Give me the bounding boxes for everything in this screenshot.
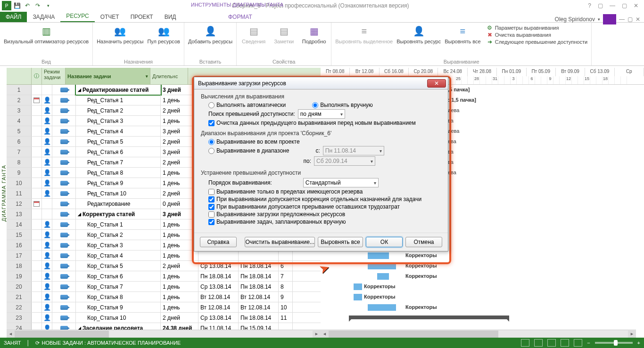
close-icon[interactable]: ✕ bbox=[634, 2, 638, 9]
undo-icon[interactable]: ↶ bbox=[23, 1, 32, 10]
user-name: Oleg Spiridonov bbox=[555, 16, 595, 23]
radio-range[interactable]: Выравнивание в диапазоне bbox=[208, 147, 289, 154]
view-shortcut-2[interactable] bbox=[534, 339, 543, 347]
level-selection-button[interactable]: ≡ Выровнять выделенное bbox=[335, 24, 393, 44]
doc-close-icon[interactable]: ✕ bbox=[636, 16, 640, 23]
details-icon: ▦ bbox=[306, 24, 322, 38]
task-row[interactable]: 19 👤 Кор_Статья 6 1 день Пн 18.08.14Пн 1… bbox=[7, 271, 321, 282]
cancel-button[interactable]: Отмена bbox=[405, 237, 442, 247]
section-resolve-label: Устранение превышений доступности bbox=[201, 170, 441, 176]
ribbon: ▥ Визуальный оптимизатор ресурсов Вид 👥 … bbox=[0, 23, 644, 66]
zoom-in-icon[interactable]: + bbox=[637, 340, 640, 346]
status-sep: │ bbox=[27, 340, 30, 346]
gantt-horizontal-scrollbar[interactable]: ◄► bbox=[321, 330, 636, 338]
help-icon[interactable]: ? bbox=[588, 2, 591, 9]
check-split-remaining[interactable]: При выравнивании допускается прерывание … bbox=[208, 203, 400, 210]
check-adjust-assignments[interactable]: При выравнивании допускается коррекция о… bbox=[208, 196, 421, 202]
level-sel-icon: ≡ bbox=[356, 24, 372, 38]
group-assign-label: Назначения bbox=[97, 59, 180, 65]
zoom-out-icon[interactable]: − bbox=[587, 340, 590, 346]
dialog-title: Выравнивание загрузки ресурсов bbox=[198, 80, 286, 87]
task-row[interactable]: 23 👤 Кор_Статья 10 2 дней Ср 13.08.14Пн … bbox=[7, 313, 321, 323]
help-button[interactable]: Справка bbox=[200, 237, 237, 247]
task-row[interactable]: 21 👤 Кор_Статья 8 1 день Вт 12.08.14Вт 1… bbox=[7, 292, 321, 302]
task-row[interactable]: 17 👤 Кор_Статья 4 1 день bbox=[7, 251, 321, 261]
check-proposed-resources[interactable]: Выравнивание загрузки предложенных ресур… bbox=[208, 211, 345, 218]
leveling-options-button[interactable]: ⚙Параметры выравнивания bbox=[487, 24, 587, 31]
level-res-icon: 👤 bbox=[411, 24, 426, 38]
details-button[interactable]: ▦ Подробно bbox=[301, 24, 327, 44]
maximize-icon[interactable]: ▢ bbox=[622, 2, 627, 9]
assign-icon: 👥 bbox=[113, 24, 128, 38]
level-all-icon: ≡ bbox=[455, 24, 470, 38]
task-row[interactable]: 22 👤 Кор_Статья 9 1 день Вт 12.08.14Вт 1… bbox=[7, 302, 321, 313]
header-info[interactable]: ⓘ bbox=[32, 68, 42, 84]
view-shortcut-5[interactable] bbox=[574, 339, 582, 347]
tab-format[interactable]: ФОРМАТ bbox=[223, 12, 258, 22]
add-res-icon: 👤 bbox=[203, 24, 218, 38]
group-props-label: Свойства bbox=[240, 59, 327, 65]
check-slack-only[interactable]: Выравнивание только в пределах имеющегос… bbox=[208, 188, 363, 195]
task-row[interactable]: 20 👤 Кор_Статья 7 1 день Ср 13.08.14Пн 1… bbox=[7, 282, 321, 292]
tab-resource[interactable]: РЕСУРС bbox=[60, 11, 94, 22]
doc-restore-icon[interactable]: ▢ bbox=[627, 16, 633, 23]
minimize-icon[interactable]: — bbox=[610, 2, 615, 9]
radio-auto[interactable]: Выполнять автоматически bbox=[208, 102, 286, 108]
overalloc-combo[interactable]: по дням bbox=[298, 109, 345, 119]
grid-horizontal-scrollbar[interactable]: ◄► bbox=[7, 330, 321, 338]
level-resource-button[interactable]: 👤 Выровнять ресурс bbox=[396, 24, 441, 44]
app-icon[interactable]: P bbox=[2, 1, 11, 10]
level-all-button[interactable]: Выровнять все bbox=[318, 237, 363, 247]
assign-resources-button[interactable]: 👥 Назначить ресурсы bbox=[97, 24, 143, 44]
view-name-label: ДИАГРАММА ГАНТА bbox=[1, 165, 7, 222]
leveling-order-label: Порядок выравнивания: bbox=[208, 179, 272, 186]
date-from-combo[interactable]: Пн 11.08.14 bbox=[323, 146, 384, 155]
view-shortcut-4[interactable] bbox=[561, 339, 569, 347]
radio-whole-project[interactable]: Выравнивание во всем проекте bbox=[208, 138, 300, 145]
pool-icon: 👥 bbox=[156, 24, 171, 38]
clear-leveling-button[interactable]: ✖Очистка выравнивания bbox=[487, 32, 587, 38]
zoom-slider[interactable] bbox=[595, 342, 633, 344]
tab-view[interactable]: ВИД bbox=[159, 12, 182, 22]
radio-manual[interactable]: Выполнять вручную bbox=[312, 102, 373, 108]
check-clear-previous[interactable]: Очистка данных предыдущего выравнивания … bbox=[208, 120, 416, 126]
header-mode[interactable]: Режим задачи bbox=[42, 68, 66, 84]
tab-file[interactable]: ФАЙЛ bbox=[0, 12, 27, 22]
ok-button[interactable]: ОК bbox=[366, 237, 403, 247]
resource-pool-button[interactable]: 👥 Пул ресурсов bbox=[147, 24, 180, 44]
view-shortcut-1[interactable] bbox=[521, 339, 529, 347]
redo-icon[interactable]: ↷ bbox=[33, 1, 42, 10]
date-to-combo[interactable]: Сб 20.09.14 bbox=[314, 156, 375, 166]
information-button[interactable]: ▤ Сведения bbox=[240, 24, 267, 44]
tab-project[interactable]: ПРОЕКТ bbox=[125, 12, 159, 22]
task-row[interactable]: 18 👤 Кор_Статья 5 2 дней Ср 13.08.14Пн 1… bbox=[7, 261, 321, 271]
info-icon: ▤ bbox=[246, 24, 261, 38]
titlebar: P 💾 ↶ ↷ ▾ ИНСТРУМЕНТЫ ДИАГРАММЫ ГАНТА Сб… bbox=[0, 0, 644, 11]
clear-icon: ✖ bbox=[487, 32, 493, 38]
contextual-tab-label: ИНСТРУМЕНТЫ ДИАГРАММЫ ГАНТА bbox=[191, 2, 283, 8]
check-manual-tasks[interactable]: Выравнивание задач, запланированных вруч… bbox=[208, 219, 346, 225]
dialog-titlebar[interactable]: Выравнивание загрузки ресурсов ✕ bbox=[194, 77, 448, 89]
clear-leveling-button[interactable]: Очистить выравнивание... bbox=[245, 237, 315, 247]
next-icon: ➜ bbox=[487, 39, 493, 45]
view-shortcut-3[interactable] bbox=[547, 339, 556, 347]
notes-button[interactable]: ▤ Заметки bbox=[271, 24, 297, 44]
status-auto: НОВЫЕ ЗАДАЧИ : АВТОМАТИЧЕСКОЕ ПЛАНИРОВАН… bbox=[41, 340, 181, 346]
header-rownum[interactable] bbox=[7, 68, 32, 84]
doc-minimize-icon[interactable]: — bbox=[619, 16, 625, 23]
tab-task[interactable]: ЗАДАЧА bbox=[27, 12, 60, 22]
save-icon[interactable]: 💾 bbox=[12, 1, 22, 10]
next-overallocation-button[interactable]: ➜Следующее превышение доступности bbox=[487, 39, 587, 45]
add-resources-button[interactable]: 👤 Добавить ресурсы bbox=[188, 24, 232, 44]
qat-dropdown-icon[interactable]: ▾ bbox=[43, 1, 53, 10]
user-area[interactable]: Oleg Spiridonov ▾ — ▢ ✕ bbox=[555, 14, 640, 24]
dialog-close-button[interactable]: ✕ bbox=[427, 79, 446, 88]
visual-optimizer-button[interactable]: ▥ Визуальный оптимизатор ресурсов bbox=[4, 24, 89, 44]
tab-report[interactable]: ОТЧЕТ bbox=[95, 12, 125, 22]
header-duration[interactable]: Длительнс bbox=[150, 68, 188, 84]
status-busy: ЗАНЯТ bbox=[4, 340, 21, 346]
ribbon-collapse-icon[interactable]: ▢ bbox=[598, 2, 603, 9]
level-all-button[interactable]: ≡ Выровнять все bbox=[445, 24, 481, 44]
leveling-order-combo[interactable]: Стандартный bbox=[303, 178, 379, 187]
header-name[interactable]: Название задачи▾ bbox=[66, 68, 150, 84]
